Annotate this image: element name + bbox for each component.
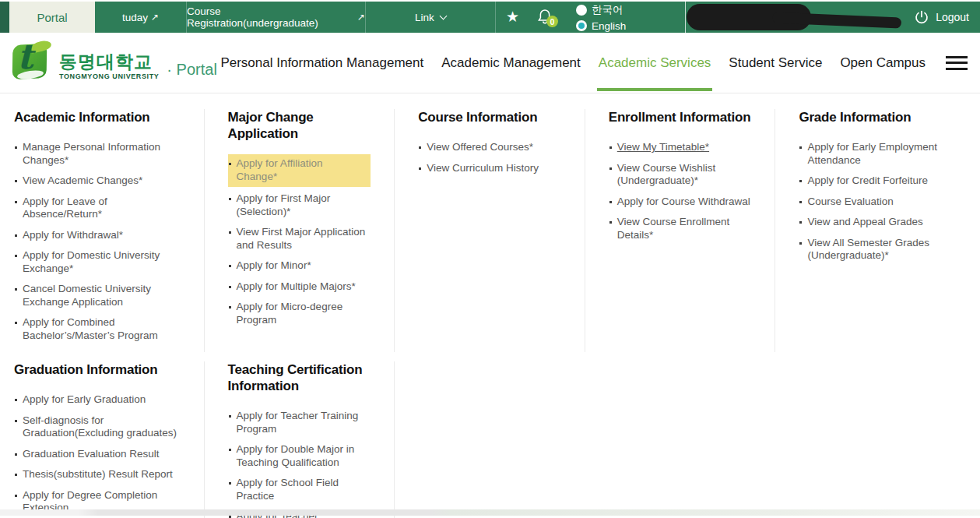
- portal-tab[interactable]: Portal: [9, 2, 95, 33]
- header: t 동명대학교 TONGMYONG UNIVERSITY · Portal Pe…: [0, 33, 980, 93]
- menu-link-apply-for-withdrawal[interactable]: Apply for Withdrawal*: [14, 229, 181, 242]
- mega-menu-row1: Academic InformationManage Personal Info…: [0, 109, 980, 352]
- menu-link-view-and-appeal-grades[interactable]: View and Appeal Grades: [799, 216, 943, 229]
- university-logo-text: 동명대학교 TONGMYONG UNIVERSITY: [59, 52, 159, 79]
- language-switcher: 한국어 English: [576, 3, 626, 33]
- menu-section-list: Apply for Affiliation Change*Apply for F…: [228, 154, 371, 326]
- menu-link-manage-personal-information-changes[interactable]: Manage Personal Information Changes*: [14, 141, 181, 167]
- menu-link-apply-for-micro-degree-program[interactable]: Apply for Micro-degree Program: [228, 301, 371, 326]
- menu-section-title: Major Change Application: [228, 109, 371, 142]
- language-option-english[interactable]: English: [576, 19, 626, 33]
- menu-link-cancel-domestic-university-exchange-application[interactable]: Cancel Domestic University Exchange Appl…: [14, 283, 181, 308]
- menu-link-apply-for-course-withdrawal[interactable]: Apply for Course Withdrawal: [609, 196, 752, 209]
- logout-button[interactable]: Logout: [914, 2, 969, 33]
- menu-section-empty: [395, 361, 585, 518]
- language-label-korean: 한국어: [592, 3, 623, 17]
- tuday-label: tuday: [122, 12, 148, 23]
- favorites-star-icon[interactable]: ★: [506, 8, 519, 26]
- radio-selected-icon: [576, 20, 587, 31]
- nav-item-academic-management[interactable]: Academic Management: [441, 55, 581, 71]
- chevron-down-icon: [439, 12, 447, 19]
- power-icon: [914, 9, 929, 25]
- menu-section-title: Course Information: [418, 109, 561, 125]
- university-logo-icon: t: [11, 41, 53, 83]
- menu-link-course-evaluation[interactable]: Course Evaluation: [799, 196, 943, 209]
- menu-link-self-diagnosis-for-graduation-excluding-graduates[interactable]: Self-diagnosis for Graduation(Excluding …: [14, 414, 181, 440]
- menu-link-apply-for-double-major-in-teaching-qualification[interactable]: Apply for Double Major in Teaching Quali…: [228, 443, 371, 469]
- menu-section-major-change-application: Major Change ApplicationApply for Affili…: [205, 109, 395, 352]
- footer-edge: [0, 509, 980, 516]
- menu-link-view-all-semester-grades-undergraduate[interactable]: View All Semester Grades (Undergraduate)…: [799, 237, 943, 263]
- menu-link-view-course-wishlist-undergraduate[interactable]: View Course Wishlist (Undergraduate)*: [609, 162, 752, 188]
- menu-section-grade-information: Grade InformationApply for Early Employm…: [775, 109, 966, 352]
- nav-item-open-campus[interactable]: Open Campus: [840, 55, 926, 71]
- portal-suffix-label: · Portal: [167, 61, 216, 79]
- menu-section-title: Grade Information: [799, 109, 943, 125]
- topbar: Portal tuday ↗ Course Registration(under…: [0, 0, 980, 33]
- topbar-divider: [685, 2, 686, 33]
- menu-link-view-academic-changes[interactable]: View Academic Changes*: [14, 174, 181, 188]
- menu-link-apply-for-credit-forfeiture[interactable]: Apply for Credit Forfeiture: [799, 174, 943, 188]
- mega-menu-row2: Graduation InformationApply for Early Gr…: [0, 361, 980, 518]
- menu-link-apply-for-leave-of-absence-return[interactable]: Apply for Leave of Absence/Return*: [14, 196, 181, 221]
- menu-section-title: Teaching Certification Information: [228, 361, 371, 394]
- menu-link-apply-for-combined-bachelor-s-master-s-program[interactable]: Apply for Combined Bachelor’s/Master’s P…: [14, 316, 181, 342]
- menu-link-apply-for-early-graduation[interactable]: Apply for Early Graduation: [14, 393, 181, 407]
- menu-link-graduation-evaluation-result[interactable]: Graduation Evaluation Result: [14, 448, 181, 461]
- university-name-korean: 동명대학교: [59, 52, 159, 72]
- menu-section-academic-information: Academic InformationManage Personal Info…: [14, 109, 205, 352]
- menu-link-apply-for-school-field-practice[interactable]: Apply for School Field Practice: [228, 477, 371, 502]
- menu-link-thesis-substitute-result-report[interactable]: Thesis(substitute) Result Report: [14, 468, 181, 481]
- menu-link-apply-for-domestic-university-exchange[interactable]: Apply for Domestic University Exchange*: [14, 249, 181, 275]
- nav-item-personal-information-management[interactable]: Personal Information Management: [220, 55, 423, 71]
- menu-section-list: Manage Personal Information Changes*View…: [14, 141, 181, 342]
- university-logo[interactable]: t 동명대학교 TONGMYONG UNIVERSITY · Portal: [11, 41, 217, 85]
- notification-badge: 0: [546, 16, 558, 27]
- nav-item-student-service[interactable]: Student Service: [729, 55, 822, 71]
- tuday-link[interactable]: tuday ↗: [95, 2, 187, 33]
- menu-link-apply-for-early-employment-attendance[interactable]: Apply for Early Employment Attendance: [799, 141, 943, 167]
- menu-section-title: Academic Information: [14, 109, 181, 125]
- menu-section-list: Apply for Teacher Training ProgramApply …: [228, 410, 371, 518]
- logout-label: Logout: [936, 11, 969, 23]
- menu-section-list: Apply for Early Employment AttendanceApp…: [799, 141, 943, 263]
- menu-section-title: Graduation Information: [14, 361, 181, 378]
- language-option-korean[interactable]: 한국어: [576, 3, 626, 17]
- menu-section-list: View My Timetable*View Course Wishlist (…: [609, 141, 752, 241]
- menu-link-view-curriculum-history[interactable]: View Curriculum History: [418, 162, 561, 175]
- menu-link-apply-for-first-major-selection[interactable]: Apply for First Major (Selection)*: [228, 192, 371, 218]
- menu-section-list: View Offered Courses*View Curriculum His…: [418, 141, 561, 174]
- menu-section-empty: [585, 361, 776, 518]
- university-name-english: TONGMYONG UNIVERSITY: [59, 72, 159, 80]
- menu-link-apply-for-affiliation-change[interactable]: Apply for Affiliation Change*: [228, 154, 371, 187]
- course-registration-link[interactable]: Course Registration(undergraduate) ↗: [187, 2, 366, 33]
- menu-section-empty: [775, 361, 966, 518]
- menu-section-enrollment-information: Enrollment InformationView My Timetable*…: [585, 109, 776, 352]
- menu-link-apply-for-teacher-training-program[interactable]: Apply for Teacher Training Program: [228, 410, 371, 435]
- external-link-icon: ↗: [357, 12, 365, 23]
- nav-item-academic-services[interactable]: Academic Services: [599, 55, 711, 71]
- menu-section-course-information: Course InformationView Offered Courses*V…: [395, 109, 585, 352]
- notification-bell-icon[interactable]: 0: [537, 9, 560, 29]
- menu-section-list: Apply for Early GraduationSelf-diagnosis…: [14, 393, 181, 515]
- menu-toggle-button[interactable]: [946, 56, 968, 70]
- menu-link-apply-for-multiple-majors[interactable]: Apply for Multiple Majors*: [228, 280, 371, 294]
- topbar-left-strip: [0, 2, 9, 33]
- menu-link-view-my-timetable[interactable]: View My Timetable*: [609, 141, 752, 154]
- link-label: Link: [415, 12, 434, 23]
- menu-section-teaching-certification-information: Teaching Certification InformationApply …: [205, 361, 395, 518]
- menu-link-view-offered-courses[interactable]: View Offered Courses*: [418, 141, 561, 154]
- menu-section-title: Enrollment Information: [609, 109, 752, 125]
- menu-link-apply-for-minor[interactable]: Apply for Minor*: [228, 259, 371, 273]
- link-dropdown[interactable]: Link: [366, 2, 496, 33]
- primary-nav: Personal Information ManagementAcademic …: [220, 55, 926, 71]
- language-label-english: English: [592, 20, 626, 32]
- menu-section-graduation-information: Graduation InformationApply for Early Gr…: [14, 361, 205, 518]
- course-registration-label: Course Registration(undergraduate): [187, 5, 354, 29]
- menu-link-view-course-enrollment-details[interactable]: View Course Enrollment Details*: [609, 216, 752, 241]
- menu-link-view-first-major-application-and-results[interactable]: View First Major Application and Results: [228, 226, 371, 252]
- external-link-icon: ↗: [151, 12, 159, 23]
- radio-unselected-icon: [576, 5, 587, 16]
